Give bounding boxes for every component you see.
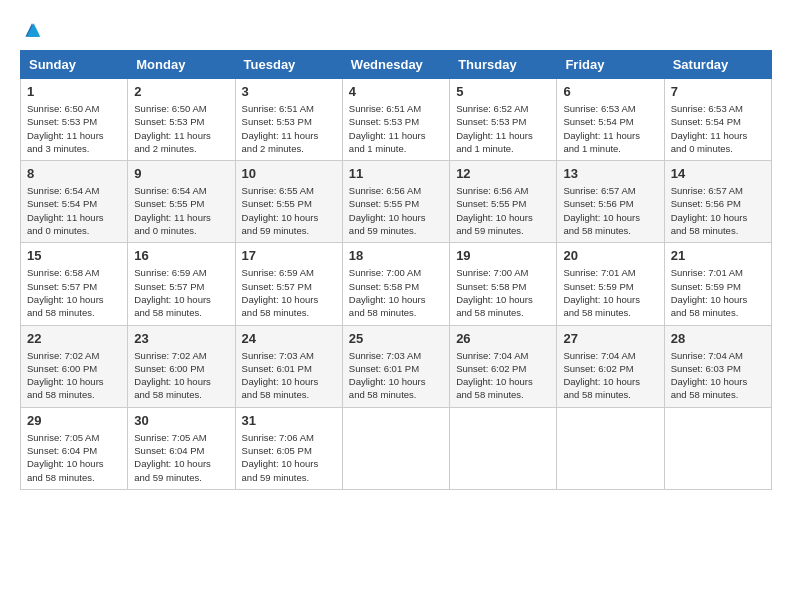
day-number: 20 [563, 248, 657, 263]
day-info: Sunrise: 6:57 AM Sunset: 5:56 PM Dayligh… [563, 184, 657, 237]
day-number: 30 [134, 413, 228, 428]
calendar-cell: 26Sunrise: 7:04 AM Sunset: 6:02 PM Dayli… [450, 325, 557, 407]
day-info: Sunrise: 6:51 AM Sunset: 5:53 PM Dayligh… [242, 102, 336, 155]
weekday-header-friday: Friday [557, 51, 664, 79]
weekday-header-monday: Monday [128, 51, 235, 79]
day-info: Sunrise: 6:59 AM Sunset: 5:57 PM Dayligh… [242, 266, 336, 319]
calendar-cell: 16Sunrise: 6:59 AM Sunset: 5:57 PM Dayli… [128, 243, 235, 325]
day-number: 19 [456, 248, 550, 263]
day-number: 15 [27, 248, 121, 263]
weekday-header-thursday: Thursday [450, 51, 557, 79]
day-info: Sunrise: 6:53 AM Sunset: 5:54 PM Dayligh… [563, 102, 657, 155]
day-number: 23 [134, 331, 228, 346]
day-info: Sunrise: 6:50 AM Sunset: 5:53 PM Dayligh… [134, 102, 228, 155]
day-number: 2 [134, 84, 228, 99]
calendar-cell: 12Sunrise: 6:56 AM Sunset: 5:55 PM Dayli… [450, 161, 557, 243]
day-number: 25 [349, 331, 443, 346]
calendar-cell: 15Sunrise: 6:58 AM Sunset: 5:57 PM Dayli… [21, 243, 128, 325]
day-number: 26 [456, 331, 550, 346]
logo [20, 20, 42, 40]
calendar-cell: 9Sunrise: 6:54 AM Sunset: 5:55 PM Daylig… [128, 161, 235, 243]
calendar-week-5: 29Sunrise: 7:05 AM Sunset: 6:04 PM Dayli… [21, 407, 772, 489]
calendar-week-4: 22Sunrise: 7:02 AM Sunset: 6:00 PM Dayli… [21, 325, 772, 407]
calendar-cell [557, 407, 664, 489]
weekday-header-saturday: Saturday [664, 51, 771, 79]
day-number: 14 [671, 166, 765, 181]
calendar-cell: 31Sunrise: 7:06 AM Sunset: 6:05 PM Dayli… [235, 407, 342, 489]
day-number: 31 [242, 413, 336, 428]
day-info: Sunrise: 6:59 AM Sunset: 5:57 PM Dayligh… [134, 266, 228, 319]
calendar-cell: 7Sunrise: 6:53 AM Sunset: 5:54 PM Daylig… [664, 79, 771, 161]
calendar-cell: 18Sunrise: 7:00 AM Sunset: 5:58 PM Dayli… [342, 243, 449, 325]
day-number: 29 [27, 413, 121, 428]
day-info: Sunrise: 6:53 AM Sunset: 5:54 PM Dayligh… [671, 102, 765, 155]
day-number: 12 [456, 166, 550, 181]
day-number: 17 [242, 248, 336, 263]
weekday-header-sunday: Sunday [21, 51, 128, 79]
day-number: 3 [242, 84, 336, 99]
day-number: 11 [349, 166, 443, 181]
calendar-cell [342, 407, 449, 489]
day-number: 27 [563, 331, 657, 346]
calendar-cell: 17Sunrise: 6:59 AM Sunset: 5:57 PM Dayli… [235, 243, 342, 325]
calendar-cell: 11Sunrise: 6:56 AM Sunset: 5:55 PM Dayli… [342, 161, 449, 243]
day-number: 16 [134, 248, 228, 263]
calendar-cell: 1Sunrise: 6:50 AM Sunset: 5:53 PM Daylig… [21, 79, 128, 161]
day-info: Sunrise: 7:01 AM Sunset: 5:59 PM Dayligh… [671, 266, 765, 319]
calendar-cell: 5Sunrise: 6:52 AM Sunset: 5:53 PM Daylig… [450, 79, 557, 161]
day-info: Sunrise: 7:04 AM Sunset: 6:02 PM Dayligh… [563, 349, 657, 402]
day-info: Sunrise: 7:02 AM Sunset: 6:00 PM Dayligh… [134, 349, 228, 402]
day-info: Sunrise: 6:54 AM Sunset: 5:55 PM Dayligh… [134, 184, 228, 237]
calendar-cell: 19Sunrise: 7:00 AM Sunset: 5:58 PM Dayli… [450, 243, 557, 325]
day-info: Sunrise: 6:56 AM Sunset: 5:55 PM Dayligh… [349, 184, 443, 237]
calendar-table: SundayMondayTuesdayWednesdayThursdayFrid… [20, 50, 772, 490]
page-header [20, 20, 772, 40]
day-info: Sunrise: 7:04 AM Sunset: 6:02 PM Dayligh… [456, 349, 550, 402]
day-number: 9 [134, 166, 228, 181]
calendar-cell: 8Sunrise: 6:54 AM Sunset: 5:54 PM Daylig… [21, 161, 128, 243]
calendar-cell: 28Sunrise: 7:04 AM Sunset: 6:03 PM Dayli… [664, 325, 771, 407]
calendar-week-2: 8Sunrise: 6:54 AM Sunset: 5:54 PM Daylig… [21, 161, 772, 243]
day-number: 7 [671, 84, 765, 99]
calendar-cell: 30Sunrise: 7:05 AM Sunset: 6:04 PM Dayli… [128, 407, 235, 489]
calendar-cell [450, 407, 557, 489]
calendar-cell: 23Sunrise: 7:02 AM Sunset: 6:00 PM Dayli… [128, 325, 235, 407]
day-number: 21 [671, 248, 765, 263]
day-number: 10 [242, 166, 336, 181]
calendar-cell [664, 407, 771, 489]
calendar-cell: 2Sunrise: 6:50 AM Sunset: 5:53 PM Daylig… [128, 79, 235, 161]
day-number: 22 [27, 331, 121, 346]
calendar-body: 1Sunrise: 6:50 AM Sunset: 5:53 PM Daylig… [21, 79, 772, 490]
day-info: Sunrise: 6:58 AM Sunset: 5:57 PM Dayligh… [27, 266, 121, 319]
day-number: 1 [27, 84, 121, 99]
day-number: 5 [456, 84, 550, 99]
calendar-cell: 24Sunrise: 7:03 AM Sunset: 6:01 PM Dayli… [235, 325, 342, 407]
day-info: Sunrise: 7:03 AM Sunset: 6:01 PM Dayligh… [349, 349, 443, 402]
day-info: Sunrise: 7:06 AM Sunset: 6:05 PM Dayligh… [242, 431, 336, 484]
day-info: Sunrise: 7:00 AM Sunset: 5:58 PM Dayligh… [456, 266, 550, 319]
logo-icon [22, 20, 42, 40]
day-info: Sunrise: 6:54 AM Sunset: 5:54 PM Dayligh… [27, 184, 121, 237]
day-info: Sunrise: 7:03 AM Sunset: 6:01 PM Dayligh… [242, 349, 336, 402]
calendar-cell: 20Sunrise: 7:01 AM Sunset: 5:59 PM Dayli… [557, 243, 664, 325]
day-info: Sunrise: 6:51 AM Sunset: 5:53 PM Dayligh… [349, 102, 443, 155]
day-number: 24 [242, 331, 336, 346]
day-info: Sunrise: 7:05 AM Sunset: 6:04 PM Dayligh… [134, 431, 228, 484]
calendar-week-3: 15Sunrise: 6:58 AM Sunset: 5:57 PM Dayli… [21, 243, 772, 325]
day-info: Sunrise: 7:05 AM Sunset: 6:04 PM Dayligh… [27, 431, 121, 484]
calendar-cell: 14Sunrise: 6:57 AM Sunset: 5:56 PM Dayli… [664, 161, 771, 243]
calendar-cell: 10Sunrise: 6:55 AM Sunset: 5:55 PM Dayli… [235, 161, 342, 243]
day-number: 18 [349, 248, 443, 263]
day-info: Sunrise: 7:00 AM Sunset: 5:58 PM Dayligh… [349, 266, 443, 319]
day-number: 28 [671, 331, 765, 346]
day-number: 6 [563, 84, 657, 99]
calendar-cell: 25Sunrise: 7:03 AM Sunset: 6:01 PM Dayli… [342, 325, 449, 407]
day-info: Sunrise: 7:02 AM Sunset: 6:00 PM Dayligh… [27, 349, 121, 402]
weekday-header-wednesday: Wednesday [342, 51, 449, 79]
weekday-header-tuesday: Tuesday [235, 51, 342, 79]
day-number: 13 [563, 166, 657, 181]
day-info: Sunrise: 7:04 AM Sunset: 6:03 PM Dayligh… [671, 349, 765, 402]
calendar-cell: 29Sunrise: 7:05 AM Sunset: 6:04 PM Dayli… [21, 407, 128, 489]
day-info: Sunrise: 6:56 AM Sunset: 5:55 PM Dayligh… [456, 184, 550, 237]
calendar-cell: 27Sunrise: 7:04 AM Sunset: 6:02 PM Dayli… [557, 325, 664, 407]
